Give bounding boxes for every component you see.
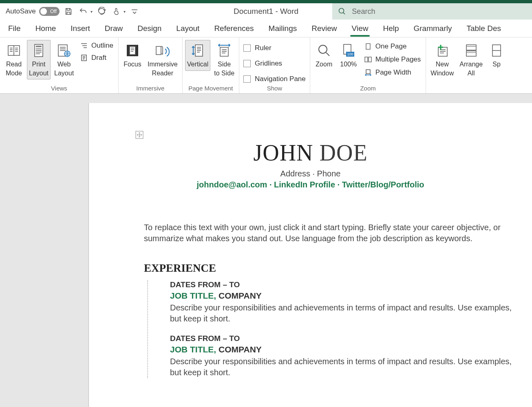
vertical-icon [190, 42, 206, 59]
tab-references[interactable]: References [208, 21, 259, 36]
read-mode-icon [6, 42, 22, 59]
job-list[interactable]: DATES FROM – TO JOB TITLE, COMPANY Descr… [147, 280, 516, 378]
experience-heading[interactable]: EXPERIENCE [144, 262, 516, 275]
touch-dropdown[interactable]: ▾ [124, 9, 126, 14]
ruler-checkbox[interactable]: Ruler [242, 42, 307, 54]
job-title: JOB TITLE, [170, 345, 216, 354]
touch-icon [112, 7, 120, 16]
toggle-state: Off [50, 9, 57, 14]
undo-button[interactable] [77, 6, 89, 17]
svg-point-0 [339, 8, 344, 13]
tab-draw[interactable]: Draw [99, 21, 128, 36]
side-to-side-button[interactable]: Sideto Side [212, 40, 236, 79]
tab-table-design[interactable]: Table Des [461, 21, 507, 36]
search-box[interactable] [332, 3, 532, 20]
tab-help[interactable]: Help [377, 21, 404, 36]
zoom-group-label: Zoom [313, 85, 424, 93]
group-window: NewWindow ArrangeAll Sp [426, 37, 509, 93]
first-name: JOHN [253, 140, 313, 165]
job-title-line[interactable]: JOB TITLE, COMPANY [170, 291, 516, 301]
document-canvas[interactable]: JOHN DOE Address · Phone johndoe@aol.com… [0, 94, 532, 407]
job-dates[interactable]: DATES FROM – TO [170, 280, 516, 289]
job-company: COMPANY [216, 291, 262, 300]
split-label: Sp [492, 60, 501, 69]
focus-label: Focus [124, 60, 141, 69]
page-width-label: Page Width [375, 68, 411, 77]
immersive-reader-button[interactable]: ImmersiveReader [146, 40, 180, 79]
group-show: Ruler Gridlines Navigation Pane Show [239, 37, 310, 93]
one-page-button[interactable]: One Page [362, 42, 424, 51]
multiple-pages-icon [364, 56, 372, 63]
new-window-icon [434, 42, 450, 59]
page-width-button[interactable]: Page Width [362, 68, 424, 77]
one-page-label: One Page [375, 42, 407, 51]
search-icon [338, 7, 346, 16]
svg-rect-15 [366, 44, 370, 49]
focus-button[interactable]: Focus [121, 40, 144, 71]
tab-insert[interactable]: Insert [65, 21, 96, 36]
split-button[interactable]: Sp [486, 40, 507, 71]
tab-file[interactable]: File [2, 21, 26, 36]
autosave-toggle[interactable]: AutoSave Off [6, 7, 60, 16]
web-layout-icon [56, 42, 72, 59]
toggle-switch[interactable]: Off [39, 7, 60, 16]
read-mode-button[interactable]: ReadMode [2, 40, 25, 79]
svg-rect-20 [466, 45, 476, 50]
job-description[interactable]: Describe your responsibilities and achie… [170, 302, 516, 324]
tab-view[interactable]: View [346, 21, 374, 36]
print-layout-button[interactable]: PrintLayout [27, 40, 51, 79]
tab-grammarly[interactable]: Grammarly [408, 21, 458, 36]
navigation-pane-checkbox[interactable]: Navigation Pane [242, 73, 307, 85]
tab-mailings[interactable]: Mailings [263, 21, 303, 36]
resume-header[interactable]: JOHN DOE Address · Phone johndoe@aol.com… [89, 128, 532, 198]
resume-name[interactable]: JOHN DOE [138, 140, 483, 166]
resume-body[interactable]: To replace this text with your own, just… [89, 198, 532, 378]
zoom-100-icon: 100 [340, 42, 357, 59]
page-width-icon [364, 69, 372, 76]
zoom-label: Zoom [316, 60, 332, 69]
arrange-all-button[interactable]: ArrangeAll [457, 40, 485, 79]
save-button[interactable] [63, 6, 74, 17]
job-description[interactable]: Describe your responsibilities and achie… [170, 356, 516, 378]
gridlines-checkbox[interactable]: Gridlines [242, 58, 307, 69]
tab-design[interactable]: Design [132, 21, 167, 36]
vertical-button[interactable]: Vertical [185, 40, 210, 71]
zoom-button[interactable]: Zoom [313, 40, 336, 71]
new-window-label: NewWindow [430, 60, 454, 77]
group-page-movement: Vertical Sideto Side Page Movement [183, 37, 239, 93]
undo-dropdown[interactable]: ▾ [91, 9, 93, 14]
side-to-side-icon [216, 42, 232, 59]
customize-qat-button[interactable] [129, 6, 140, 17]
zoom-100-label: 100% [340, 60, 357, 69]
job-entry[interactable]: DATES FROM – TO JOB TITLE, COMPANY Descr… [170, 334, 516, 378]
print-layout-icon [31, 42, 47, 59]
resume-address[interactable]: Address · Phone [138, 169, 483, 178]
one-page-icon [364, 43, 372, 50]
job-company: COMPANY [216, 345, 262, 354]
group-zoom: Zoom 100 100% One Page [310, 37, 426, 93]
job-dates[interactable]: DATES FROM – TO [170, 334, 516, 343]
save-icon [64, 7, 73, 16]
resume-links[interactable]: johndoe@aol.com · LinkedIn Profile · Twi… [138, 180, 483, 189]
redo-button[interactable] [96, 6, 107, 17]
new-window-button[interactable]: NewWindow [428, 40, 456, 79]
outline-button[interactable]: Outline [77, 41, 116, 51]
touch-mode-button[interactable] [110, 6, 122, 17]
job-title-line[interactable]: JOB TITLE, COMPANY [170, 345, 516, 354]
svg-text:100: 100 [347, 52, 353, 56]
tab-review[interactable]: Review [306, 21, 342, 36]
multiple-pages-button[interactable]: Multiple Pages [362, 55, 424, 64]
job-entry[interactable]: DATES FROM – TO JOB TITLE, COMPANY Descr… [170, 280, 516, 324]
show-group-label: Show [242, 85, 307, 93]
tab-layout[interactable]: Layout [170, 21, 205, 36]
search-input[interactable] [352, 7, 526, 16]
draft-button[interactable]: Draft [77, 53, 116, 63]
tab-home[interactable]: Home [30, 21, 62, 36]
print-layout-label: PrintLayout [29, 60, 49, 77]
zoom-100-button[interactable]: 100 100% [337, 40, 360, 71]
document-page[interactable]: JOHN DOE Address · Phone johndoe@aol.com… [88, 103, 532, 407]
autosave-label: AutoSave [6, 7, 36, 15]
intro-text[interactable]: To replace this text with your own, just… [144, 222, 516, 244]
table-move-handle[interactable] [135, 130, 146, 141]
web-layout-button[interactable]: WebLayout [52, 40, 76, 79]
